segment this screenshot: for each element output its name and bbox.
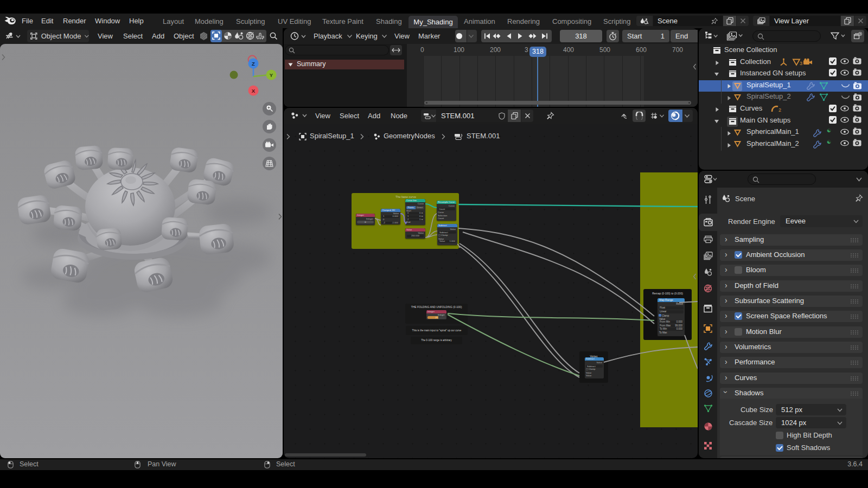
- svg-text:Y: Y: [270, 72, 273, 78]
- svg-text:X: X: [252, 88, 256, 94]
- svg-text:Z: Z: [252, 61, 255, 67]
